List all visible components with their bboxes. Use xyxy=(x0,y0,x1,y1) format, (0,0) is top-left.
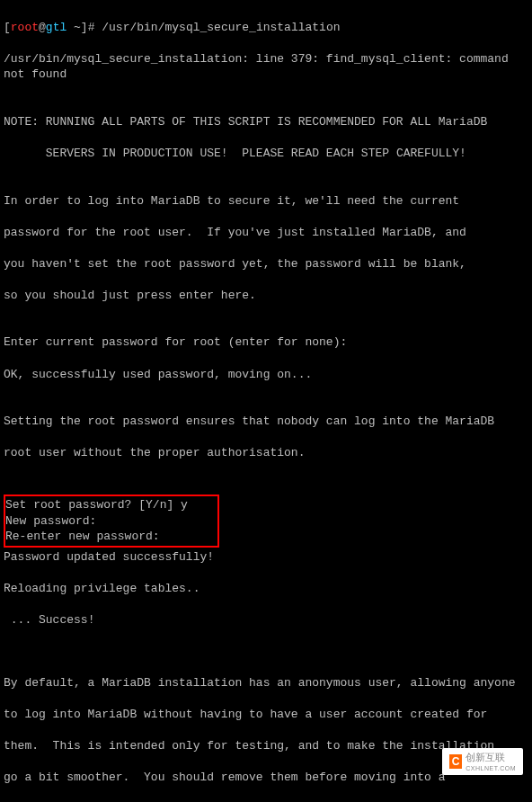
output-line: ... Success! xyxy=(4,612,528,628)
output-line: Re-enter new password: xyxy=(5,529,216,545)
output-line: /usr/bin/mysql_secure_installation: line… xyxy=(4,51,528,83)
prompt-user: root xyxy=(11,21,39,34)
watermark-logo-icon: C xyxy=(449,754,463,769)
watermark-text-wrap: 创新互联 CXHLNET.COM xyxy=(466,751,516,772)
highlight-set-root-password: Set root password? [Y/n] y New password:… xyxy=(4,495,219,548)
output-line: New password: xyxy=(5,513,216,530)
output-line: SERVERS IN PRODUCTION USE! PLEASE READ E… xyxy=(4,146,528,162)
output-line: OK, successfully used password, moving o… xyxy=(4,367,528,383)
watermark-subtext: CXHLNET.COM xyxy=(466,764,516,772)
output-line: Set root password? [Y/n] y xyxy=(5,497,216,513)
output-line: to log into MariaDB without having to ha… xyxy=(4,707,528,723)
terminal-output: [root@gtl ~]# /usr/bin/mysql_secure_inst… xyxy=(4,4,528,802)
watermark-text: 创新互联 xyxy=(466,752,505,762)
command-entered: /usr/bin/mysql_secure_installation xyxy=(102,21,340,34)
prompt-host: gtl xyxy=(46,21,66,34)
output-line: NOTE: RUNNING ALL PARTS OF THIS SCRIPT I… xyxy=(4,114,528,130)
output-line: In order to log into MariaDB to secure i… xyxy=(4,193,528,209)
prompt-line: [root@gtl ~]# /usr/bin/mysql_secure_inst… xyxy=(4,20,528,36)
output-line: so you should just press enter here. xyxy=(4,288,528,304)
output-line: Reloading privilege tables.. xyxy=(4,581,528,597)
watermark-badge: C 创新互联 CXHLNET.COM xyxy=(442,748,523,775)
prompt-path: ~ xyxy=(66,21,81,34)
bracket-open: [ xyxy=(4,21,11,34)
output-line: Enter current password for root (enter f… xyxy=(4,334,528,351)
prompt-at: @ xyxy=(39,21,46,34)
output-line: password for the root user. If you've ju… xyxy=(4,225,528,241)
output-line: By default, a MariaDB installation has a… xyxy=(4,675,528,691)
prompt-suffix: ]# xyxy=(81,21,102,34)
output-line: root user without the proper authorisati… xyxy=(4,445,528,461)
output-line: you haven't set the root password yet, t… xyxy=(4,256,528,272)
output-line: Password updated successfully! xyxy=(4,549,528,566)
output-line: Setting the root password ensures that n… xyxy=(4,414,528,430)
